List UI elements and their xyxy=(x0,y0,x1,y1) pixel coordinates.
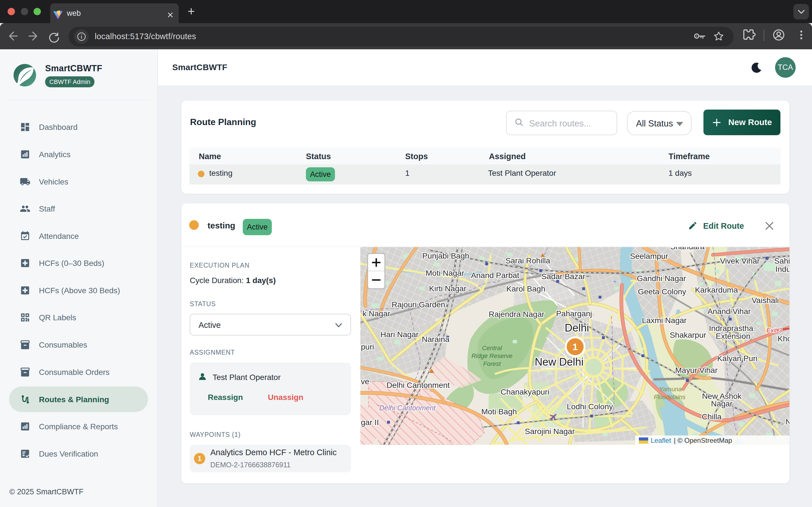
svg-text:k Nagar: k Nagar xyxy=(363,309,390,318)
svg-text:1: 1 xyxy=(573,342,578,352)
svg-text:Shakarpur: Shakarpur xyxy=(670,331,706,339)
svg-text:New Delhi: New Delhi xyxy=(535,356,583,368)
svg-text:Gandhi Nagar: Gandhi Nagar xyxy=(637,274,686,283)
svg-text:Exit 3: Exit 3 xyxy=(766,327,782,334)
svg-text:Kirti Nagar: Kirti Nagar xyxy=(429,284,466,293)
svg-text:Chanakyapuri: Chanakyapuri xyxy=(501,388,550,396)
svg-text:Mayur Vihar: Mayur Vihar xyxy=(675,366,718,375)
svg-text:| © OpenStreetMap: | © OpenStreetMap xyxy=(674,437,732,444)
svg-text:Moti Bagh: Moti Bagh xyxy=(481,407,517,416)
svg-text:Lodhi Colony: Lodhi Colony xyxy=(567,402,613,411)
svg-text:Sahib: Sahib xyxy=(774,257,790,265)
svg-text:Anand Parbat: Anand Parbat xyxy=(471,271,519,280)
svg-text:Karol Bagh: Karol Bagh xyxy=(506,284,546,293)
svg-text:Extension: Extension xyxy=(716,332,751,341)
svg-text:Moti Nagar: Moti Nagar xyxy=(426,269,464,277)
svg-text:Floodplains: Floodplains xyxy=(654,393,686,400)
svg-text:Khora: Khora xyxy=(777,334,790,343)
svg-text:Forest: Forest xyxy=(483,360,501,367)
svg-text:puri: puri xyxy=(361,342,374,351)
svg-text:Ridge Reserve: Ridge Reserve xyxy=(471,352,513,359)
svg-text:Leaflet: Leaflet xyxy=(651,437,671,444)
svg-text:Central: Central xyxy=(482,344,502,351)
svg-text:Rajouri Garden: Rajouri Garden xyxy=(392,300,445,309)
svg-text:Sarai Rohilla: Sarai Rohilla xyxy=(506,256,550,265)
svg-text:Sarojini Nagar: Sarojini Nagar xyxy=(525,427,574,436)
svg-text:Nagar: Nagar xyxy=(711,399,732,408)
svg-text:Delhi Cantonment: Delhi Cantonment xyxy=(387,381,450,390)
svg-text:Vivek Vihar: Vivek Vihar xyxy=(720,257,760,265)
svg-text:Indust: Indust xyxy=(775,265,790,274)
svg-text:N: N xyxy=(785,417,790,426)
svg-text:Indraprastha: Indraprastha xyxy=(709,324,753,333)
svg-text:Paharganj: Paharganj xyxy=(556,309,592,318)
svg-text:Chilla: Chilla xyxy=(702,412,721,421)
svg-text:Rajendra Nagar: Rajendra Nagar xyxy=(489,310,545,319)
svg-text:Sadar Bazar: Sadar Bazar xyxy=(541,272,585,281)
svg-text:Shahdara: Shahdara xyxy=(670,247,705,251)
svg-text:Geeta Colony: Geeta Colony xyxy=(638,287,686,296)
svg-text:Naraina: Naraina xyxy=(422,335,449,344)
svg-text:Seelampur: Seelampur xyxy=(630,252,668,261)
svg-text:Anand Vihar: Anand Vihar xyxy=(707,307,751,316)
svg-text:Kalyan Puri: Kalyan Puri xyxy=(717,354,757,363)
svg-text:Vaishali: Vaishali xyxy=(752,296,779,305)
svg-text:Punjabi Bagh: Punjabi Bagh xyxy=(422,251,469,260)
svg-text:gar II: gar II xyxy=(361,418,379,427)
svg-text:Karkarduma: Karkarduma xyxy=(695,286,738,294)
svg-text:Yamuna: Yamuna xyxy=(659,386,682,393)
svg-text:ve: ve xyxy=(361,377,369,386)
svg-text:Laxmi Nagar: Laxmi Nagar xyxy=(642,316,687,325)
svg-text:Hari Nagar: Hari Nagar xyxy=(380,330,418,339)
svg-text:Delhi: Delhi xyxy=(565,322,589,334)
svg-text:Delhi Cantonment: Delhi Cantonment xyxy=(379,404,436,412)
